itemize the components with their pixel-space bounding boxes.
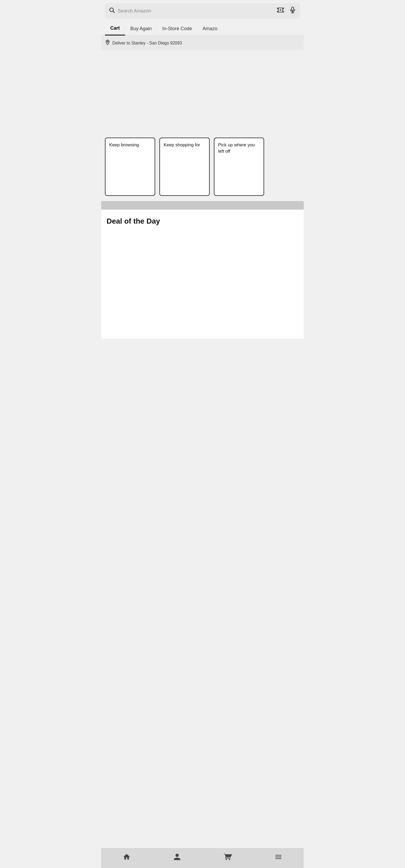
delivery-bar[interactable]: Deliver to Stanley - San Diego 92093 — [101, 36, 304, 50]
microphone-icon[interactable] — [289, 6, 296, 16]
main-content-area — [101, 50, 304, 135]
delivery-text: Deliver to Stanley - San Diego 92093 — [112, 41, 182, 45]
svg-line-1 — [113, 11, 115, 13]
location-icon — [105, 39, 110, 46]
tab-buy-again[interactable]: Buy Again — [125, 22, 157, 35]
deal-title: Deal of the Day — [106, 217, 299, 225]
svg-rect-5 — [292, 7, 294, 10]
keep-shopping-title: Keep shopping for — [164, 143, 200, 147]
section-divider — [101, 201, 304, 210]
pick-up-title: Pick up where you left off — [218, 143, 255, 154]
keep-shopping-card[interactable]: Keep shopping for — [160, 137, 210, 196]
search-bar[interactable]: Search Amazon — [105, 3, 300, 19]
keep-browsing-title: Keep browsing — [109, 143, 139, 147]
search-icon — [109, 7, 115, 15]
tab-amazon[interactable]: Amazo — [197, 22, 223, 35]
deal-section: Deal of the Day — [101, 210, 304, 339]
tab-cart[interactable]: Cart — [105, 22, 125, 35]
tab-in-store-code[interactable]: In-Store Code — [157, 22, 197, 35]
deal-content-area — [106, 231, 299, 331]
header: Search Amazon — [101, 0, 304, 22]
keep-browsing-card[interactable]: Keep browsing — [105, 137, 155, 196]
cards-row: Keep browsing Keep shopping for Pick up … — [105, 137, 300, 196]
nav-tabs: Cart Buy Again In-Store Code Amazo — [101, 22, 304, 36]
svg-point-8 — [107, 41, 108, 42]
cards-section: Keep browsing Keep shopping for Pick up … — [101, 135, 304, 201]
pick-up-card[interactable]: Pick up where you left off — [214, 137, 264, 196]
camera-scan-icon[interactable] — [277, 6, 284, 16]
search-input[interactable]: Search Amazon — [117, 8, 274, 14]
